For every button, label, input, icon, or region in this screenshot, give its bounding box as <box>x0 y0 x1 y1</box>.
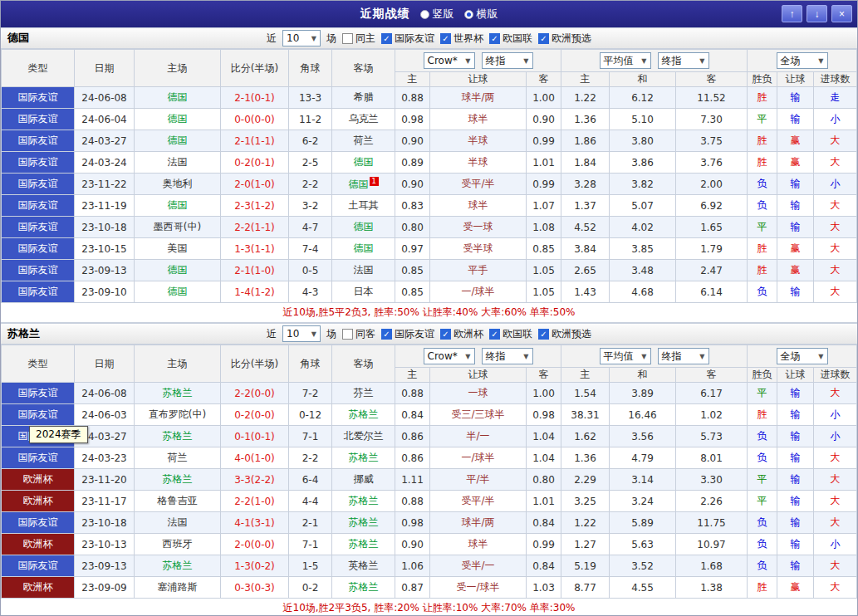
team-name[interactable]: 土耳其 <box>349 199 379 211</box>
team-name[interactable]: 苏格兰 <box>349 538 379 550</box>
team-name[interactable]: 苏格兰 <box>349 516 379 528</box>
team-name[interactable]: 德国 <box>354 221 374 232</box>
average-dropdown[interactable]: 平均值▼ <box>600 348 651 364</box>
fulltime-dropdown[interactable]: 全场▼ <box>777 52 828 69</box>
team-name[interactable]: 荷兰 <box>354 134 374 146</box>
team-name[interactable]: 芬兰 <box>354 387 374 398</box>
team-name[interactable]: 法国 <box>168 156 188 168</box>
home-team-cell[interactable]: 法国 <box>135 152 221 174</box>
team-name[interactable]: 苏格兰 <box>349 495 379 506</box>
same-home-checkbox[interactable]: 同主 <box>342 32 375 46</box>
team-name[interactable]: 荷兰 <box>168 452 188 463</box>
home-team-cell[interactable]: 塞浦路斯 <box>135 577 221 599</box>
away-team-cell[interactable]: 芬兰 <box>332 383 395 404</box>
match-count-dropdown[interactable]: 10▼ <box>282 30 321 46</box>
match-count-dropdown[interactable]: 10▼ <box>282 325 321 342</box>
home-team-cell[interactable]: 苏格兰 <box>135 469 221 491</box>
away-team-cell[interactable]: 苏格兰 <box>332 447 395 469</box>
competition-checkbox-friendly[interactable]: 国际友谊 <box>381 327 434 341</box>
bookmaker-dropdown[interactable]: Crow*▼ <box>424 348 475 364</box>
team-name[interactable]: 英格兰 <box>349 560 379 571</box>
team-name[interactable]: 挪威 <box>354 473 374 485</box>
home-team-cell[interactable]: 奥地利 <box>135 174 221 195</box>
final-odds-dropdown[interactable]: 终指▼ <box>482 348 533 364</box>
team-name[interactable]: 苏格兰 <box>163 473 193 485</box>
layout-radio-vertical[interactable]: 竖版 <box>420 7 454 22</box>
move-up-button[interactable]: ↑ <box>782 5 802 22</box>
team-name[interactable]: 德国 <box>168 91 188 103</box>
away-team-cell[interactable]: 法国 <box>332 260 395 281</box>
away-team-cell[interactable]: 希腊 <box>332 87 395 109</box>
team-name[interactable]: 苏格兰 <box>163 560 193 571</box>
team-name[interactable]: 德国 <box>354 242 374 254</box>
competition-checkbox-euroqualifier[interactable]: 欧洲预选 <box>538 32 591 46</box>
layout-radio-horizontal[interactable]: 横版 <box>464 7 498 22</box>
team-name[interactable]: 德国 <box>354 156 374 168</box>
team-name[interactable]: 日本 <box>354 286 374 297</box>
away-team-cell[interactable]: 苏格兰 <box>332 491 395 512</box>
home-team-cell[interactable]: 格鲁吉亚 <box>135 491 221 512</box>
away-team-cell[interactable]: 德国 <box>332 217 395 238</box>
move-down-button[interactable]: ↓ <box>807 5 827 22</box>
home-team-cell[interactable]: 墨西哥(中) <box>135 217 221 238</box>
competition-checkbox-euroqualifier[interactable]: 欧洲预选 <box>538 327 591 341</box>
team-name[interactable]: 德国 <box>168 286 188 297</box>
team-name[interactable]: 苏格兰 <box>163 430 193 442</box>
team-name[interactable]: 苏格兰 <box>349 408 379 420</box>
competition-checkbox-worldcup[interactable]: 世界杯 <box>440 32 483 46</box>
home-team-cell[interactable]: 法国 <box>135 512 221 534</box>
team-name[interactable]: 德国 <box>168 264 188 276</box>
team-name[interactable]: 法国 <box>168 516 188 528</box>
team-name[interactable]: 美国 <box>168 242 188 254</box>
team-name[interactable]: 直布罗陀(中) <box>149 408 206 420</box>
home-team-cell[interactable]: 德国 <box>135 281 221 303</box>
team-name[interactable]: 塞浦路斯 <box>158 581 198 593</box>
team-name[interactable]: 希腊 <box>354 91 374 103</box>
home-team-cell[interactable]: 直布罗陀(中) <box>135 404 221 426</box>
away-team-cell[interactable]: 乌克兰 <box>332 109 395 130</box>
away-team-cell[interactable]: 日本 <box>332 281 395 303</box>
away-team-cell[interactable]: 挪威 <box>332 469 395 491</box>
home-team-cell[interactable]: 苏格兰 <box>135 383 221 404</box>
team-name[interactable]: 北爱尔兰 <box>344 430 384 442</box>
team-name[interactable]: 墨西哥(中) <box>154 221 201 232</box>
home-team-cell[interactable]: 苏格兰 <box>135 426 221 447</box>
final-odds-dropdown-2[interactable]: 终指▼ <box>658 348 709 364</box>
away-team-cell[interactable]: 苏格兰 <box>332 404 395 426</box>
team-name[interactable]: 德国 <box>168 134 188 146</box>
home-team-cell[interactable]: 苏格兰 <box>135 555 221 577</box>
same-away-checkbox[interactable]: 同客 <box>342 327 375 341</box>
home-team-cell[interactable]: 德国 <box>135 260 221 281</box>
competition-checkbox-friendly[interactable]: 国际友谊 <box>381 32 434 46</box>
team-name[interactable]: 法国 <box>354 264 374 276</box>
team-name[interactable]: 苏格兰 <box>163 387 193 398</box>
home-team-cell[interactable]: 美国 <box>135 238 221 260</box>
final-odds-dropdown-2[interactable]: 终指▼ <box>658 52 709 69</box>
away-team-cell[interactable]: 德国1 <box>332 174 395 195</box>
home-team-cell[interactable]: 德国 <box>135 195 221 217</box>
competition-checkbox-nationsleague[interactable]: 欧国联 <box>489 32 532 46</box>
average-dropdown[interactable]: 平均值▼ <box>600 52 651 69</box>
close-button[interactable]: × <box>831 5 852 22</box>
away-team-cell[interactable]: 荷兰 <box>332 130 395 152</box>
away-team-cell[interactable]: 英格兰 <box>332 555 395 577</box>
team-name[interactable]: 苏格兰 <box>349 581 379 593</box>
away-team-cell[interactable]: 苏格兰 <box>332 512 395 534</box>
final-odds-dropdown[interactable]: 终指▼ <box>482 52 533 69</box>
team-name[interactable]: 西班牙 <box>163 538 193 550</box>
away-team-cell[interactable]: 苏格兰 <box>332 534 395 555</box>
home-team-cell[interactable]: 德国 <box>135 109 221 130</box>
team-name[interactable]: 苏格兰 <box>349 452 379 463</box>
away-team-cell[interactable]: 德国 <box>332 152 395 174</box>
home-team-cell[interactable]: 德国 <box>135 87 221 109</box>
team-name[interactable]: 奥地利 <box>163 178 193 189</box>
away-team-cell[interactable]: 苏格兰 <box>332 577 395 599</box>
competition-checkbox-eurocup[interactable]: 欧洲杯 <box>440 327 483 341</box>
fulltime-dropdown[interactable]: 全场▼ <box>777 348 828 364</box>
away-team-cell[interactable]: 德国 <box>332 238 395 260</box>
away-team-cell[interactable]: 北爱尔兰 <box>332 426 395 447</box>
team-name[interactable]: 德国 <box>168 113 188 125</box>
team-name[interactable]: 格鲁吉亚 <box>158 495 198 506</box>
home-team-cell[interactable]: 德国 <box>135 130 221 152</box>
team-name[interactable]: 德国 <box>349 178 369 190</box>
